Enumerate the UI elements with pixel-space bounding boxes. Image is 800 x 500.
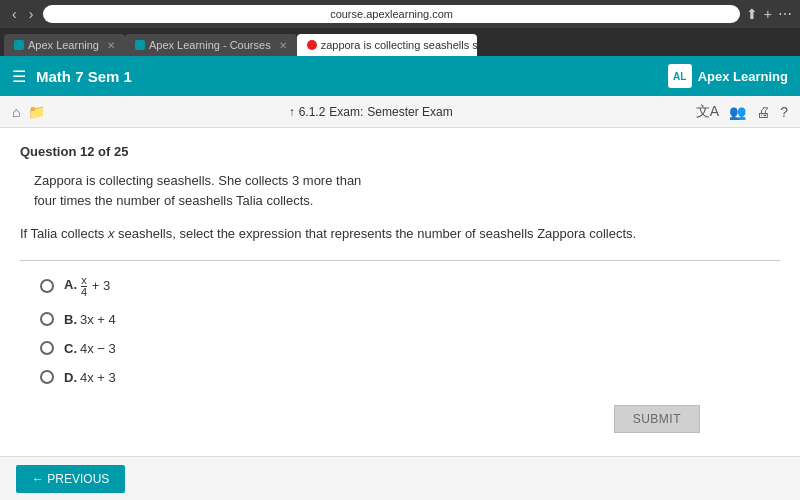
fraction-numerator: x bbox=[81, 275, 87, 287]
tab-1[interactable]: Apex Learning ✕ bbox=[4, 34, 125, 56]
tab-3[interactable]: zappora is collecting seashells she coll… bbox=[297, 34, 477, 56]
submit-button[interactable]: SUBMIT bbox=[614, 405, 700, 433]
app-title: Math 7 Sem 1 bbox=[36, 68, 668, 85]
tab-3-favicon bbox=[307, 40, 317, 50]
option-d-text: D. 4x + 3 bbox=[64, 370, 116, 385]
tab-1-close[interactable]: ✕ bbox=[107, 40, 115, 51]
breadcrumb-section: 6.1.2 bbox=[299, 105, 326, 119]
option-c-text: C. 4x − 3 bbox=[64, 341, 116, 356]
option-b-expr: 3x + 4 bbox=[80, 312, 116, 327]
print-icon[interactable]: 🖨 bbox=[756, 104, 770, 120]
apex-logo-icon: AL bbox=[668, 64, 692, 88]
option-b[interactable]: B. 3x + 4 bbox=[40, 312, 780, 327]
breadcrumb-exam-label: Exam: bbox=[329, 105, 363, 119]
option-d-label: D. bbox=[64, 370, 77, 385]
option-d-expr: 4x + 3 bbox=[80, 370, 116, 385]
home-icon[interactable]: ⌂ bbox=[12, 104, 20, 120]
nav-forward[interactable]: › bbox=[25, 4, 38, 24]
breadcrumb-arrow: ↑ bbox=[289, 105, 295, 119]
instruction-text: If Talia collects x seashells, select th… bbox=[20, 224, 780, 244]
radio-a[interactable] bbox=[40, 279, 54, 293]
more-icon[interactable]: ⋯ bbox=[778, 6, 792, 22]
question-body-line1: Zappora is collecting seashells. She col… bbox=[34, 173, 361, 188]
share-icon[interactable]: ⬆ bbox=[746, 6, 758, 22]
app-header: ☰ Math 7 Sem 1 AL Apex Learning bbox=[0, 56, 800, 96]
option-a-label: A. bbox=[64, 277, 77, 292]
option-c-expr: 4x − 3 bbox=[80, 341, 116, 356]
tab-2-close[interactable]: ✕ bbox=[279, 40, 287, 51]
breadcrumb: ↑ 6.1.2 Exam: Semester Exam bbox=[289, 105, 453, 119]
people-icon[interactable]: 👥 bbox=[729, 104, 746, 120]
question-text: Zappora is collecting seashells. She col… bbox=[20, 171, 780, 210]
fraction-x-4: x 4 bbox=[81, 275, 87, 298]
tab-1-label: Apex Learning bbox=[28, 39, 99, 51]
tab-2[interactable]: Apex Learning - Courses ✕ bbox=[125, 34, 297, 56]
folder-icon[interactable]: 📁 bbox=[28, 104, 45, 120]
browser-actions: ⬆ + ⋯ bbox=[746, 6, 792, 22]
translate-icon[interactable]: 文A bbox=[696, 103, 719, 121]
radio-c[interactable] bbox=[40, 341, 54, 355]
option-b-label: B. bbox=[64, 312, 77, 327]
sub-header-right: 文A 👥 🖨 ? bbox=[696, 103, 788, 121]
footer: ← PREVIOUS bbox=[0, 456, 800, 500]
option-c[interactable]: C. 4x − 3 bbox=[40, 341, 780, 356]
tab-2-label: Apex Learning - Courses bbox=[149, 39, 271, 51]
url-text: course.apexlearning.com bbox=[330, 8, 453, 20]
tab-3-label: zappora is collecting seashells she coll… bbox=[321, 39, 477, 51]
previous-button[interactable]: ← PREVIOUS bbox=[16, 465, 125, 493]
tabs-bar: Apex Learning ✕ Apex Learning - Courses … bbox=[0, 28, 800, 56]
radio-d[interactable] bbox=[40, 370, 54, 384]
hamburger-menu[interactable]: ☰ bbox=[12, 67, 26, 86]
new-tab-icon[interactable]: + bbox=[764, 6, 772, 22]
question-body-line2: four times the number of seashells Talia… bbox=[34, 193, 313, 208]
sub-header: ⌂ 📁 ↑ 6.1.2 Exam: Semester Exam 文A 👥 🖨 ? bbox=[0, 96, 800, 128]
help-icon[interactable]: ? bbox=[780, 104, 788, 120]
question-header: Question 12 of 25 bbox=[20, 144, 780, 159]
section-divider bbox=[20, 260, 780, 261]
tab-1-favicon bbox=[14, 40, 24, 50]
option-b-text: B. 3x + 4 bbox=[64, 312, 116, 327]
apex-logo-area: AL Apex Learning bbox=[668, 64, 788, 88]
radio-b[interactable] bbox=[40, 312, 54, 326]
fraction-denominator: 4 bbox=[81, 287, 87, 298]
option-a-text: A. x 4 + 3 bbox=[64, 275, 110, 298]
option-c-label: C. bbox=[64, 341, 77, 356]
tab-2-favicon bbox=[135, 40, 145, 50]
url-bar[interactable]: course.apexlearning.com bbox=[43, 5, 739, 23]
nav-back[interactable]: ‹ bbox=[8, 4, 21, 24]
browser-nav: ‹ › bbox=[8, 4, 37, 24]
option-d[interactable]: D. 4x + 3 bbox=[40, 370, 780, 385]
options-list: A. x 4 + 3 B. 3x + 4 C. bbox=[40, 275, 780, 385]
apex-logo-inner: AL bbox=[673, 71, 686, 82]
submit-area: SUBMIT bbox=[20, 405, 780, 433]
breadcrumb-exam-name: Semester Exam bbox=[367, 105, 452, 119]
option-a-fraction: x 4 + 3 bbox=[80, 275, 110, 298]
sub-header-left: ⌂ 📁 bbox=[12, 104, 45, 120]
apex-logo-text: Apex Learning bbox=[698, 69, 788, 84]
option-a[interactable]: A. x 4 + 3 bbox=[40, 275, 780, 298]
browser-chrome: ‹ › course.apexlearning.com ⬆ + ⋯ bbox=[0, 0, 800, 28]
main-content: Question 12 of 25 Zappora is collecting … bbox=[0, 128, 800, 500]
